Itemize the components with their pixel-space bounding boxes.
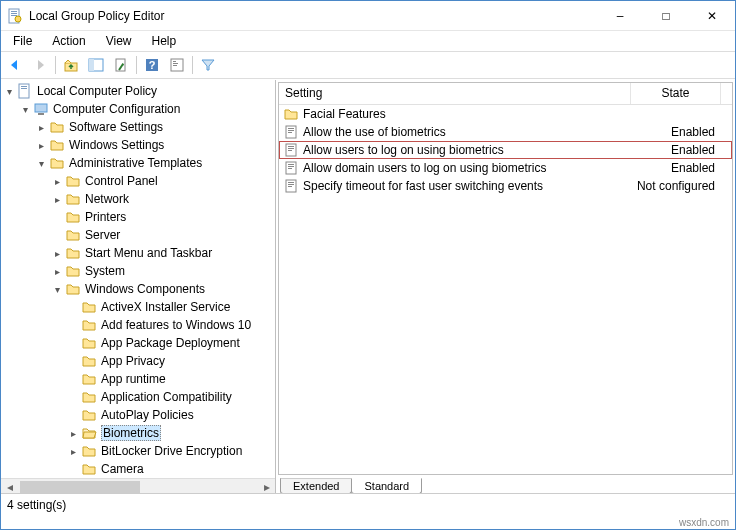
tree-control-panel[interactable]: ▸ Control Panel <box>1 172 275 190</box>
properties-button[interactable] <box>165 54 189 76</box>
tree-network[interactable]: ▸ Network <box>1 190 275 208</box>
expand-icon[interactable]: ▾ <box>19 103 31 115</box>
expand-icon[interactable]: ▸ <box>35 139 47 151</box>
menu-bar: File Action View Help <box>1 31 735 51</box>
status-bar: 4 setting(s) <box>1 493 735 515</box>
tab-standard[interactable]: Standard <box>351 478 422 494</box>
filter-button[interactable] <box>196 54 220 76</box>
folder-icon <box>49 137 65 153</box>
back-button[interactable] <box>3 54 27 76</box>
menu-action[interactable]: Action <box>44 32 97 50</box>
expand-icon[interactable]: ▸ <box>35 121 47 133</box>
setting-name: Specify timeout for fast user switching … <box>303 179 543 193</box>
list-row-facial-features[interactable]: Facial Features <box>279 105 732 123</box>
menu-file[interactable]: File <box>5 32 44 50</box>
tree-admin-templates[interactable]: ▾ Administrative Templates <box>1 154 275 172</box>
svg-rect-19 <box>38 113 44 115</box>
list-row-allow-use-biometrics[interactable]: Allow the use of biometrics Enabled <box>279 123 732 141</box>
watermark: wsxdn.com <box>679 517 729 528</box>
svg-rect-1 <box>11 11 17 12</box>
tree-autoplay-policies[interactable]: AutoPlay Policies <box>1 406 275 424</box>
svg-rect-31 <box>288 168 292 169</box>
minimize-button[interactable]: – <box>597 1 643 30</box>
folder-icon <box>81 317 97 333</box>
tree-label: Printers <box>85 210 126 224</box>
menu-view[interactable]: View <box>98 32 144 50</box>
expand-icon[interactable]: ▾ <box>3 85 15 97</box>
policy-icon <box>283 178 299 194</box>
tree-label: ActiveX Installer Service <box>101 300 230 314</box>
maximize-button[interactable]: □ <box>643 1 689 30</box>
tree-printers[interactable]: Printers <box>1 208 275 226</box>
column-setting[interactable]: Setting <box>279 83 631 104</box>
setting-name: Facial Features <box>303 107 386 121</box>
expand-icon[interactable]: ▸ <box>67 445 79 457</box>
tree-pane: ▾ Local Computer Policy ▾ Computer Confi… <box>1 80 276 495</box>
tree-camera[interactable]: Camera <box>1 460 275 477</box>
svg-rect-17 <box>21 88 27 89</box>
expand-icon[interactable]: ▸ <box>67 427 79 439</box>
up-button[interactable] <box>59 54 83 76</box>
folder-icon <box>65 263 81 279</box>
expand-icon[interactable]: ▸ <box>51 265 63 277</box>
scroll-thumb[interactable] <box>20 481 140 493</box>
tree-app-runtime[interactable]: App runtime <box>1 370 275 388</box>
tree-biometrics[interactable]: ▸ Biometrics <box>1 424 275 442</box>
folder-icon <box>81 461 97 477</box>
column-state[interactable]: State <box>631 83 721 104</box>
tree-label: Local Computer Policy <box>37 84 157 98</box>
tree-windows-settings[interactable]: ▸ Windows Settings <box>1 136 275 154</box>
svg-rect-34 <box>288 184 294 185</box>
tree-label: Add features to Windows 10 <box>101 318 251 332</box>
expand-icon[interactable]: ▸ <box>51 175 63 187</box>
expand-icon[interactable]: ▸ <box>51 247 63 259</box>
list-row-specify-timeout[interactable]: Specify timeout for fast user switching … <box>279 177 732 195</box>
help-button[interactable]: ? <box>140 54 164 76</box>
svg-rect-29 <box>288 164 294 165</box>
tree-software-settings[interactable]: ▸ Software Settings <box>1 118 275 136</box>
setting-name: Allow the use of biometrics <box>303 125 446 139</box>
list-row-allow-domain-users-biometrics[interactable]: Allow domain users to log on using biome… <box>279 159 732 177</box>
tree-app-privacy[interactable]: App Privacy <box>1 352 275 370</box>
settings-list[interactable]: Facial Features Allow the use of biometr… <box>279 105 732 474</box>
tree-root[interactable]: ▾ Local Computer Policy <box>1 82 275 100</box>
expand-icon[interactable]: ▾ <box>35 157 47 169</box>
tree-add-features[interactable]: Add features to Windows 10 <box>1 316 275 334</box>
svg-point-4 <box>15 16 21 22</box>
policy-tree[interactable]: ▾ Local Computer Policy ▾ Computer Confi… <box>1 80 275 477</box>
tree-label: Start Menu and Taskbar <box>85 246 212 260</box>
svg-rect-13 <box>173 63 178 64</box>
setting-state: Not configured <box>631 179 721 193</box>
close-button[interactable]: ✕ <box>689 1 735 30</box>
status-text: 4 setting(s) <box>7 498 66 512</box>
policy-icon <box>283 160 299 176</box>
svg-rect-12 <box>173 61 176 62</box>
tree-bitlocker[interactable]: ▸ BitLocker Drive Encryption <box>1 442 275 460</box>
tree-system[interactable]: ▸ System <box>1 262 275 280</box>
expand-icon[interactable]: ▸ <box>51 193 63 205</box>
main-area: ▾ Local Computer Policy ▾ Computer Confi… <box>1 79 735 495</box>
title-bar: Local Group Policy Editor – □ ✕ <box>1 1 735 31</box>
tree-activex-installer[interactable]: ActiveX Installer Service <box>1 298 275 316</box>
show-hide-tree-button[interactable] <box>84 54 108 76</box>
tab-extended[interactable]: Extended <box>280 478 352 494</box>
tree-server[interactable]: Server <box>1 226 275 244</box>
list-row-allow-users-logon-biometrics[interactable]: Allow users to log on using biometrics E… <box>279 141 732 159</box>
svg-rect-26 <box>288 148 294 149</box>
tree-label: App Package Deployment <box>101 336 240 350</box>
tree-windows-components[interactable]: ▾ Windows Components <box>1 280 275 298</box>
computer-icon <box>33 101 49 117</box>
tree-start-menu[interactable]: ▸ Start Menu and Taskbar <box>1 244 275 262</box>
policy-icon <box>283 124 299 140</box>
expand-icon[interactable]: ▾ <box>51 283 63 295</box>
tree-app-package-deployment[interactable]: App Package Deployment <box>1 334 275 352</box>
export-list-button[interactable] <box>109 54 133 76</box>
menu-help[interactable]: Help <box>144 32 189 50</box>
forward-button[interactable] <box>28 54 52 76</box>
tree-label: Windows Settings <box>69 138 164 152</box>
tree-computer-configuration[interactable]: ▾ Computer Configuration <box>1 100 275 118</box>
tree-application-compatibility[interactable]: Application Compatibility <box>1 388 275 406</box>
tree-label: Server <box>85 228 120 242</box>
tree-label: System <box>85 264 125 278</box>
folder-icon <box>81 389 97 405</box>
